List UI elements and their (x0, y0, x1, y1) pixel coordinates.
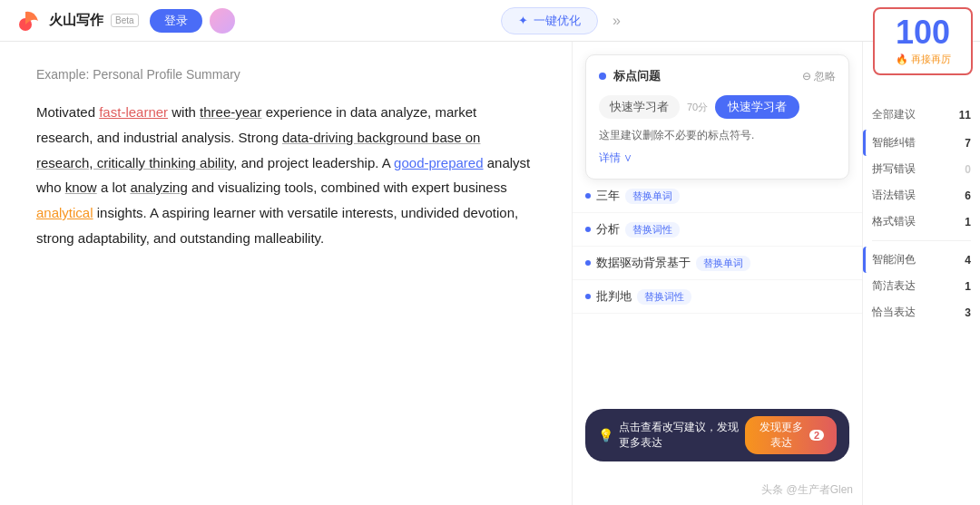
logo-area: 火山写作 Beta (18, 8, 139, 34)
login-button[interactable]: 登录 (150, 9, 202, 33)
text-with: with (168, 104, 200, 120)
logo-icon (18, 8, 44, 34)
mini-tag-2[interactable]: 替换单词 (696, 256, 750, 271)
text-analytical[interactable]: analytical (36, 205, 93, 220)
score-sub-label: 再接再厉 (911, 53, 951, 66)
fire-icon: 🔥 (896, 53, 908, 65)
optimize-label: 一键优化 (534, 13, 581, 29)
appropriate-count: 3 (965, 306, 971, 319)
mini-label-3: 批判地 (596, 288, 632, 305)
popup-title-text: 标点问题 (613, 68, 661, 84)
text-mid6: insights. A aspiring learner with versat… (36, 205, 518, 246)
sidebar-item-appropriate[interactable]: 恰当表达 3 (863, 299, 980, 325)
text-mid4: a lot (97, 180, 131, 195)
mini-tag-3[interactable]: 替换词性 (637, 289, 691, 305)
suggestion-desc: 这里建议删除不必要的标点符号. (599, 128, 836, 143)
text-before-fastlearner: Motivated (36, 104, 99, 120)
editor-area: Example: Personal Profile Summary Motiva… (0, 42, 572, 505)
mini-dot-icon (585, 227, 591, 232)
format-count: 1 (965, 216, 971, 228)
text-know[interactable]: know (65, 180, 97, 195)
spelling-label: 拼写错误 (872, 161, 916, 177)
mini-dot-icon (585, 193, 591, 199)
smart-polish-label: 智能润色 (872, 252, 916, 267)
sidebar-item-smart-polish[interactable]: 智能润色 4 (863, 247, 980, 273)
original-score: 70分 (687, 101, 708, 114)
score-number: 100 (886, 42, 960, 49)
tooltip-bar: 💡 点击查看改写建议，发现更多表达 发现更多表达 2 (585, 409, 849, 461)
sidebar-item-spelling[interactable]: 拼写错误 0 (863, 156, 980, 182)
detail-button[interactable]: 详情 ∨ (599, 151, 836, 166)
appropriate-label: 恰当表达 (872, 305, 916, 320)
grammar-count: 6 (965, 189, 971, 202)
spelling-count: 0 (965, 163, 971, 176)
sidebar-all-label: 全部建议 (872, 107, 916, 122)
suggestion-words: 快速学习者 70分 快速学习者 (599, 95, 836, 119)
mini-tag-1[interactable]: 替换词性 (625, 222, 680, 238)
score-sub: 🔥 再接再厉 (886, 53, 960, 66)
smart-correction-count: 7 (965, 137, 971, 150)
doc-title: Example: Personal Profile Summary (36, 67, 535, 82)
sidebar-divider (872, 240, 971, 241)
grammar-label: 语法错误 (872, 188, 916, 203)
discover-button[interactable]: 发现更多表达 2 (745, 416, 837, 454)
smart-correction-label: 智能纠错 (872, 135, 916, 151)
text-analyzing[interactable]: analyzing (130, 180, 187, 195)
popup-header: 标点问题 ⊖ 忽略 (599, 68, 836, 84)
discover-label: 发现更多表达 (758, 420, 806, 451)
popup-title: 标点问题 (599, 68, 661, 84)
text-three-year[interactable]: three-year (200, 104, 261, 120)
topbar-center: ✦ 一键优化 » (235, 7, 895, 34)
optimize-button[interactable]: ✦ 一键优化 (501, 7, 598, 34)
beta-badge: Beta (111, 14, 139, 27)
sidebar-all-count: 11 (959, 109, 971, 121)
suggestion-panel: 标点问题 ⊖ 忽略 快速学习者 70分 快速学习者 这里建议删除不必要的标点符号… (572, 42, 862, 505)
original-word: 快速学习者 (599, 95, 680, 119)
list-item: 批判地 替换词性 (573, 280, 862, 314)
concise-count: 1 (965, 280, 971, 293)
more-button[interactable]: » (605, 9, 628, 33)
text-good-prepared[interactable]: good-prepared (394, 155, 483, 170)
mini-suggestions-list: 三年 替换单词 分析 替换词性 数据驱动背景基于 替换单词 批判地 替换词性 (573, 180, 862, 314)
mini-dot-icon (585, 260, 591, 266)
topbar: 火山写作 Beta 登录 ✦ 一键优化 » 全部建议 11 (0, 0, 980, 42)
main-layout: Example: Personal Profile Summary Motiva… (0, 42, 980, 505)
mini-tag-0[interactable]: 替换单词 (625, 189, 680, 204)
tooltip-message: 点击查看改写建议，发现更多表达 (619, 420, 745, 451)
score-card: 100 🔥 再接再厉 (873, 42, 973, 75)
format-label: 格式错误 (872, 214, 916, 229)
sidebar-all-header: 全部建议 11 (863, 100, 980, 130)
optimize-star-icon: ✦ (518, 14, 528, 27)
sidebar-item-smart-correction[interactable]: 智能纠错 7 (863, 130, 980, 156)
ignore-circle-icon: ⊖ (802, 70, 811, 83)
text-fast-learner[interactable]: fast-learner (99, 104, 168, 120)
concise-label: 简洁表达 (872, 278, 916, 294)
ignore-label: 忽略 (814, 69, 836, 84)
doc-content: Motivated fast-learner with three-year e… (36, 100, 535, 251)
list-item: 分析 替换词性 (573, 213, 862, 247)
smart-polish-count: 4 (965, 254, 971, 267)
list-item: 三年 替换单词 (573, 180, 862, 213)
suggested-word[interactable]: 快速学习者 (715, 95, 799, 119)
text-mid5: and visualizing tools, combined with exp… (188, 180, 507, 195)
mini-label-1: 分析 (596, 221, 620, 238)
sidebar-item-format[interactable]: 格式错误 1 (863, 209, 980, 235)
bulb-icon: 💡 (598, 428, 613, 442)
logo-text: 火山写作 (49, 12, 103, 29)
sidebar-item-grammar[interactable]: 语法错误 6 (863, 182, 980, 209)
mini-label-0: 三年 (596, 188, 620, 204)
popup-dot-icon (599, 73, 606, 80)
tooltip-text: 💡 点击查看改写建议，发现更多表达 (598, 420, 745, 451)
sidebar-item-concise[interactable]: 简洁表达 1 (863, 273, 980, 299)
mini-dot-icon (585, 294, 591, 299)
avatar (210, 8, 235, 34)
discover-badge: 2 (809, 430, 824, 441)
text-mid2: , and project leadership. A (233, 155, 394, 170)
ignore-button[interactable]: ⊖ 忽略 (802, 69, 836, 84)
suggestion-popup: 标点问题 ⊖ 忽略 快速学习者 70分 快速学习者 这里建议删除不必要的标点符号… (585, 54, 849, 180)
mini-label-2: 数据驱动背景基于 (596, 255, 691, 271)
watermark: 头条 @生产者Glen (761, 482, 853, 498)
right-sidebar: 100 🔥 再接再厉 全部建议 11 智能纠错 7 拼写错误 0 语法错误 6 … (862, 42, 980, 505)
list-item: 数据驱动背景基于 替换单词 (573, 247, 862, 280)
